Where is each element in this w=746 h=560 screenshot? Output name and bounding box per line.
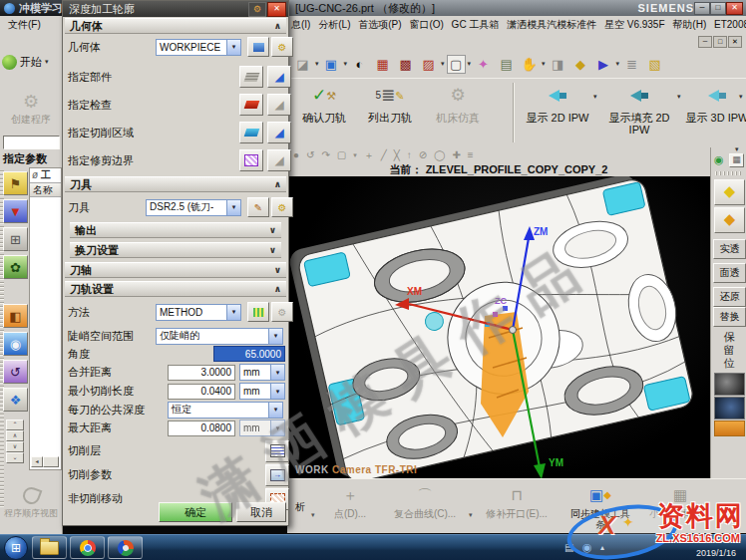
menu-gc-toolbox[interactable]: GC 工具箱 [452, 16, 500, 34]
dialog-close-button[interactable]: ✕ [267, 2, 286, 17]
thumbnail-tile-2[interactable] [714, 397, 745, 420]
specify-check-select-button[interactable]: ◢ [267, 94, 291, 116]
child-minimize-button[interactable]: – [698, 36, 712, 48]
toolbar-handle[interactable] [715, 171, 743, 175]
dialog-titlebar[interactable]: 深度加工轮廓 ⚙ ✕ [63, 1, 288, 17]
menu-file[interactable]: 文件(F) [8, 16, 41, 34]
menu-analysis[interactable]: 分析(L) [318, 16, 350, 34]
face-transparent-button[interactable]: 面透 [713, 263, 746, 283]
method-combo[interactable]: METHOD ▾ [156, 304, 241, 321]
shaded-view-icon[interactable]: ◐ [349, 54, 370, 75]
trim-boundary-button[interactable] [239, 149, 263, 171]
orange-tile[interactable] [714, 420, 745, 436]
section-tool-change[interactable]: 换刀设置 ∨ [70, 242, 281, 258]
nx-minimize-button[interactable]: – [694, 2, 710, 15]
stamp-icon-2[interactable]: ◆ [570, 54, 591, 75]
tray-help-icon[interactable]: ◉ [582, 541, 592, 554]
restore-button[interactable]: 还原 [713, 287, 746, 307]
min-cut-length-field[interactable]: 0.0400 [168, 384, 235, 400]
facet-body-button[interactable]: ▦ 小平面体(C)... [644, 482, 716, 519]
chevron-down-icon[interactable]: ▾ [739, 93, 743, 101]
specify-check-display-button[interactable] [239, 94, 263, 116]
verify-toolpath-button[interactable]: ✓⚒ 确认刀轨 [293, 83, 355, 144]
dialog-gear-button[interactable]: ⚙ [248, 2, 266, 17]
nx-maximize-button[interactable]: □ [710, 2, 726, 15]
snap-arrow-icon[interactable]: ↑ [407, 149, 412, 160]
min-cut-unit-combo[interactable]: mm ▾ [239, 383, 285, 400]
merge-distance-field[interactable]: 3.0000 [168, 365, 235, 381]
trim-select-button[interactable]: ◢ [267, 149, 291, 171]
ok-button[interactable]: 确定 [159, 502, 232, 522]
edit-geometry-button[interactable]: ⚙ [271, 37, 293, 57]
start-orb[interactable]: ⊞ [4, 536, 28, 560]
new-geometry-button[interactable] [247, 37, 269, 57]
composite-curve-button[interactable]: ⌒ 复合曲线(C)... [385, 482, 465, 519]
wireframe-view-icon[interactable]: ▣ [321, 54, 342, 75]
snap-icon-1[interactable]: ● [293, 149, 299, 160]
nav-tab-reuse[interactable]: ✿ [3, 255, 28, 279]
snap-line-icon[interactable]: ╱ [381, 149, 387, 160]
snap-grid-icon[interactable]: ≡ [468, 149, 474, 160]
create-program-button[interactable]: ⚙ 创建程序 [0, 79, 62, 139]
chevron-down-icon[interactable]: ▾ [677, 93, 681, 101]
parameter-input[interactable] [3, 136, 60, 149]
new-tool-button[interactable]: ✎ [247, 197, 269, 217]
taskbar-explorer-button[interactable] [32, 536, 67, 559]
max-unit-combo[interactable]: mm ▾ [239, 420, 285, 436]
new-method-button[interactable] [247, 302, 269, 322]
analysis-button[interactable]: 析 [291, 501, 309, 512]
nav-tab-internet[interactable]: ◉ [3, 332, 28, 356]
cut-params-button[interactable]: → [265, 464, 289, 486]
replace-button[interactable]: 替换 [713, 307, 746, 327]
snap-point-icon[interactable]: ＋ [364, 148, 374, 162]
edit-tool-button[interactable]: ⚙ [271, 197, 293, 217]
taskbar-chrome-button[interactable] [70, 536, 105, 559]
tray-expand-icon[interactable]: ▴ [600, 543, 604, 552]
max-distance-field[interactable]: 0.0800 [168, 420, 235, 436]
nav-tab-part[interactable]: ⊞ [3, 227, 28, 251]
menu-help[interactable]: 帮助(H) [672, 16, 706, 34]
nav-scroll-down[interactable]: ∨ [6, 441, 24, 452]
hatch-icon[interactable]: ▧ [644, 54, 665, 75]
play-icon[interactable]: ▶ [593, 54, 614, 75]
child-restore-button[interactable]: □ [713, 36, 727, 48]
snap-center-icon[interactable]: ◯ [434, 149, 445, 160]
solid-view-icon[interactable]: ◪ [292, 54, 313, 75]
graphics-viewport[interactable]: ZM XM YM ZC WORK Camera TFR-TRI [289, 176, 710, 478]
chevron-down-icon[interactable]: ▾ [311, 511, 315, 519]
menu-preferences[interactable]: 首选项(P) [358, 16, 401, 34]
diamond-button-2[interactable]: ◆ [714, 207, 745, 233]
nav-scroll-bottom[interactable]: ⌄ [6, 452, 24, 463]
section-path-settings[interactable]: 刀轨设置 ∧ [65, 281, 286, 297]
undo-icon[interactable]: ↺ [306, 149, 314, 160]
show-filled-2d-ipw-button[interactable]: 显示填充 2D IPW [600, 83, 678, 144]
cut-area-display-button[interactable] [239, 122, 263, 143]
menu-info[interactable]: 息(I) [291, 16, 310, 34]
layers-icon[interactable]: ▤ [496, 54, 517, 75]
snap-plus-icon[interactable]: ✚ [452, 149, 460, 160]
filter-icon[interactable]: ø [32, 169, 38, 180]
show-2d-ipw-button[interactable]: 显示 2D IPW [521, 83, 594, 144]
grid-box-icon[interactable]: ▦ [729, 153, 744, 167]
tray-keyboard-icon[interactable]: ▤ [564, 542, 573, 553]
menu-et2008[interactable]: ET2008 [714, 17, 746, 32]
chevron-down-icon[interactable]: ▾ [353, 151, 357, 159]
specify-part-select-button[interactable]: ◢ [267, 66, 291, 88]
edit-method-button[interactable]: ⚙ [271, 302, 293, 322]
section-tool-axis[interactable]: 刀轴 ∨ [65, 262, 286, 278]
solid-transparent-button[interactable]: 实透 [713, 239, 746, 259]
name-column-header[interactable]: 名称 [30, 182, 61, 197]
show-3d-ipw-button[interactable]: 显示 3D IPW [684, 83, 746, 144]
chevron-down-icon[interactable]: ▾ [469, 511, 473, 519]
merge-unit-combo[interactable]: mm ▾ [239, 364, 285, 381]
stamp-icon-1[interactable]: ◨ [548, 54, 568, 75]
nav-scroll-up[interactable]: ∧ [6, 430, 24, 441]
start-menu-button[interactable]: 开始 ▾ [2, 51, 60, 73]
diamond-button-1[interactable]: ◆ [714, 179, 745, 205]
menu-xingkong[interactable]: 星空 V6.935F [604, 16, 665, 34]
cut-area-select-button[interactable]: ◢ [267, 122, 291, 143]
blank-view-icon[interactable]: ▢ [447, 55, 466, 74]
machine-simulation-button[interactable]: ⚙ 机床仿真 [427, 83, 489, 144]
redo-icon[interactable]: ↷ [321, 149, 329, 160]
angle-field[interactable]: 65.0000 [213, 346, 285, 362]
